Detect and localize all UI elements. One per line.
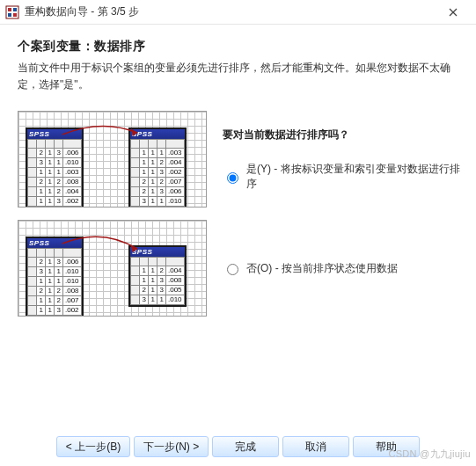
table-cell: 1 — [157, 295, 166, 305]
table-cell: .003 — [166, 149, 185, 158]
table-cell: 1 — [46, 287, 55, 296]
table-cell: .010 — [63, 277, 82, 287]
finish-button[interactable]: 完成 — [212, 436, 279, 457]
radio-no-label: 否(O) - 按当前排序状态使用数据 — [246, 261, 398, 276]
mini-table-right: SPSS 111.003112.004113.002212.007213.006… — [128, 127, 187, 208]
svg-rect-1 — [8, 8, 11, 11]
table-cell: 1 — [37, 277, 46, 287]
table-cell: 1 — [149, 158, 157, 168]
next-button-label: 下一步(N) > — [143, 440, 199, 455]
table-cell: 2 — [55, 178, 63, 187]
table-cell: 1 — [149, 168, 157, 178]
table-cell: 1 — [55, 277, 63, 287]
table-cell: 1 — [46, 168, 55, 178]
table-cell: 1 — [149, 197, 157, 207]
table-cell: 2 — [140, 178, 149, 187]
close-icon — [449, 8, 458, 17]
table-cell: 2 — [37, 178, 46, 187]
radio-yes[interactable]: 是(Y) - 将按标识变量和索引变量对数据进行排序 — [223, 162, 462, 192]
table-cell: 2 — [37, 287, 46, 296]
table-cell: 1 — [46, 187, 55, 197]
table-cell: 1 — [157, 197, 166, 207]
spss-label: SPSS — [27, 129, 82, 139]
table-cell: 1 — [140, 158, 149, 168]
table-cell: 1 — [37, 306, 46, 316]
spss-label: SPSS — [130, 129, 185, 139]
table-cell: 1 — [149, 149, 157, 158]
table-cell: 1 — [37, 187, 46, 197]
table-cell: 1 — [46, 258, 55, 267]
table-cell: 1 — [55, 168, 63, 178]
table-cell: 3 — [140, 295, 149, 305]
table-cell: .008 — [63, 287, 82, 296]
cancel-button-label: 取消 — [305, 440, 326, 455]
wizard-content: 个案到变量：数据排序 当前文件中用于标识个案组的变量必须先进行排序，然后才能重构… — [0, 25, 476, 317]
table-cell: 3 — [140, 197, 149, 207]
option-yes-text: 要对当前数据进行排序吗？ 是(Y) - 将按标识变量和索引变量对数据进行排序 — [223, 127, 462, 192]
table-cell: 3 — [157, 276, 166, 286]
mini-table-left: SPSS 213.006311.010111.010212.008112.007… — [26, 237, 84, 317]
table-cell: 1 — [46, 197, 55, 207]
table-cell: .010 — [63, 267, 82, 277]
table-cell: .002 — [63, 306, 82, 316]
table-cell: 2 — [55, 287, 63, 296]
table-cell: 1 — [37, 197, 46, 207]
wizard-footer: < 上一步(B) 下一步(N) > 完成 取消 帮助 — [0, 436, 476, 457]
back-button[interactable]: < 上一步(B) — [56, 436, 130, 457]
table-cell: 2 — [140, 187, 149, 197]
table-cell: 2 — [140, 286, 149, 295]
radio-no-input[interactable] — [227, 264, 238, 275]
table-cell: .004 — [166, 158, 185, 168]
table-cell: 3 — [55, 197, 63, 207]
svg-rect-2 — [13, 8, 17, 11]
mini-table: 213.006311.010111.010212.008112.007113.0… — [27, 248, 82, 316]
table-cell: .007 — [166, 178, 185, 187]
table-cell: 3 — [157, 286, 166, 295]
table-cell: 1 — [157, 149, 166, 158]
table-cell: 3 — [55, 306, 63, 316]
finish-button-label: 完成 — [235, 440, 256, 455]
table-cell: .008 — [166, 276, 185, 286]
radio-no[interactable]: 否(O) - 按当前排序状态使用数据 — [223, 261, 462, 276]
svg-rect-3 — [8, 13, 11, 17]
table-cell: .007 — [63, 296, 82, 306]
table-cell: 1 — [149, 286, 157, 295]
option-no-text: 否(O) - 按当前排序状态使用数据 — [223, 261, 462, 276]
table-cell: 1 — [46, 277, 55, 287]
table-cell: 2 — [157, 158, 166, 168]
table-cell: 3 — [55, 149, 63, 158]
sort-prompt: 要对当前数据进行排序吗？ — [223, 127, 462, 142]
table-cell: .006 — [166, 187, 185, 197]
radio-yes-label: 是(Y) - 将按标识变量和索引变量对数据进行排序 — [246, 162, 462, 192]
table-cell: 2 — [157, 266, 166, 276]
table-cell: 1 — [37, 168, 46, 178]
svg-rect-4 — [13, 13, 17, 17]
app-icon — [5, 5, 19, 19]
table-cell: .003 — [63, 168, 82, 178]
table-cell: .010 — [166, 295, 185, 305]
illustration-unsorted: SPSS 213.006311.010111.010212.008112.007… — [18, 220, 207, 317]
option-yes-row: SPSS 213.006311.010111.003212.008112.004… — [18, 111, 462, 208]
table-cell: 1 — [140, 276, 149, 286]
table-cell: 1 — [46, 306, 55, 316]
mini-table: 213.006311.010111.003212.008112.004113.0… — [27, 139, 82, 207]
titlebar: 重构数据向导 - 第 3/5 步 — [0, 0, 476, 25]
table-cell: 1 — [37, 296, 46, 306]
radio-yes-input[interactable] — [227, 172, 238, 184]
table-cell: 1 — [46, 178, 55, 187]
table-cell: 1 — [149, 266, 157, 276]
table-cell: .005 — [166, 286, 185, 295]
table-cell: 1 — [46, 267, 55, 277]
cancel-button[interactable]: 取消 — [282, 436, 349, 457]
table-cell: 1 — [149, 276, 157, 286]
table-cell: 2 — [55, 187, 63, 197]
mini-table: 111.003112.004113.002212.007213.006311.0… — [130, 139, 185, 207]
next-button[interactable]: 下一步(N) > — [134, 436, 209, 457]
table-cell: 1 — [149, 178, 157, 187]
help-button[interactable]: 帮助 — [353, 436, 420, 457]
close-button[interactable] — [437, 4, 469, 21]
window-title: 重构数据向导 - 第 3/5 步 — [25, 4, 437, 19]
table-cell: .008 — [63, 178, 82, 187]
mini-table: 112.004113.008213.005311.010 — [130, 257, 185, 305]
table-cell: .010 — [63, 158, 82, 168]
